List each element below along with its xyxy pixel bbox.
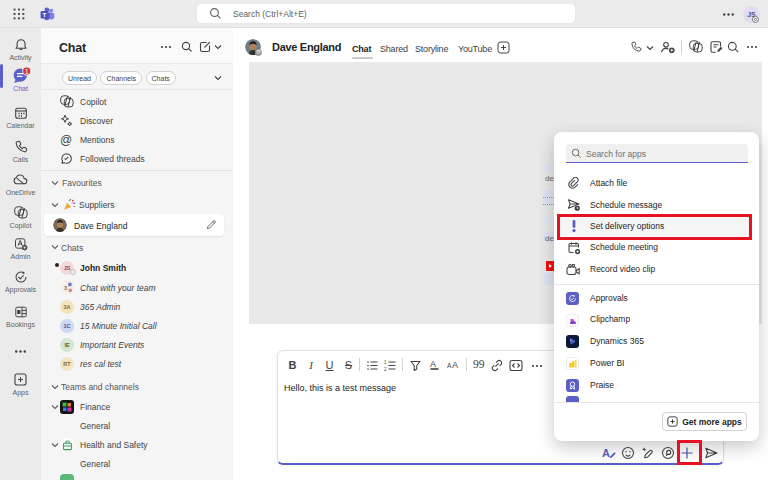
- svg-text:A: A: [452, 360, 458, 370]
- svg-text:T: T: [42, 11, 46, 18]
- svg-text:1: 1: [24, 68, 28, 75]
- svg-text:A: A: [430, 359, 436, 369]
- svg-text:1: 1: [384, 360, 387, 365]
- svg-text:A: A: [602, 447, 610, 459]
- svg-text:2: 2: [384, 367, 387, 372]
- svg-text:3: 3: [64, 285, 67, 291]
